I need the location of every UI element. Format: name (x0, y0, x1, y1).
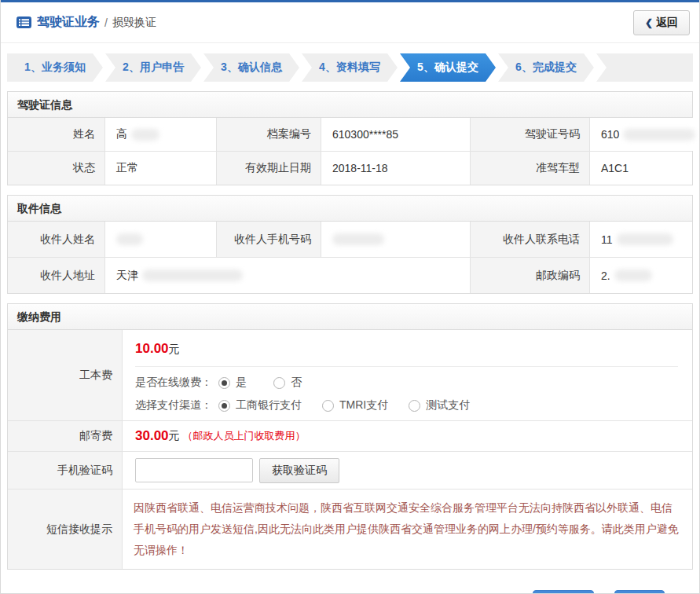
page: 驾驶证业务 / 损毁换证 ❮ 返回 1、业务须知 2、用户申告 3、确认信息 4… (0, 0, 700, 594)
sms-code-input[interactable] (135, 458, 253, 482)
breadcrumb-current: 损毁换证 (112, 16, 156, 30)
redacted-blur (131, 129, 159, 141)
recipient-mobile-label: 收件人手机号码 (217, 222, 321, 257)
sms-tip-text: 因陕西省联通、电信运营商技术问题，陕西省互联网交通安全综合服务管理平台无法向持陕… (123, 490, 692, 569)
channel-label: 选择支付渠道： (135, 398, 212, 412)
step-6-label: 6、完成提交 (515, 60, 577, 75)
step-4-label: 4、资料填写 (319, 60, 380, 75)
work-fee-unit: 元 (169, 343, 180, 355)
step-1-label: 1、业务须知 (24, 60, 86, 75)
file-no-label: 档案编号 (217, 118, 321, 151)
step-4: 4、资料填写 (302, 53, 398, 82)
radio-circle-icon (218, 377, 230, 389)
recipient-mobile-value (321, 222, 471, 257)
expiry-value: 2018-11-18 (321, 152, 471, 185)
name-value: 高 (105, 118, 217, 151)
table-row: 邮寄费 30.00元 （邮政人员上门收取费用） (8, 421, 692, 452)
table-row: 收件人姓名 收件人手机号码 收件人联系电话 11 (8, 222, 692, 258)
status-label: 状态 (8, 152, 105, 185)
back-button[interactable]: ❮ 返回 (633, 10, 690, 35)
redacted-blur (617, 233, 673, 245)
prev-step-button[interactable]: 上一步 (533, 590, 594, 594)
step-5-active: 5、确认提交 (400, 53, 496, 82)
step-3: 3、确认信息 (203, 53, 299, 82)
radio-channel-tmri[interactable]: TMRI支付 (322, 398, 388, 412)
license-no-value: 610 (590, 118, 695, 151)
redacted-blur (332, 233, 384, 245)
work-fee-amount: 10.00 (135, 341, 169, 356)
zip-code-value: 2. (590, 258, 692, 293)
vehicle-class-label: 准驾车型 (471, 152, 590, 185)
postage-unit: 元 (169, 429, 180, 443)
sms-code-field: 获取验证码 (123, 452, 692, 489)
radio-circle-icon (322, 400, 334, 412)
radio-circle-icon (218, 400, 230, 412)
work-fee-value: 10.00元 是否在线缴费： 是 否 选择支付渠道： 工商银行支付 TMRI支付… (123, 330, 692, 420)
step-3-label: 3、确认信息 (221, 60, 282, 75)
online-pay-label: 是否在线缴费： (135, 376, 212, 390)
license-list-icon (16, 16, 31, 28)
step-5-label: 5、确认提交 (417, 60, 478, 75)
step-2: 2、用户申告 (105, 53, 201, 82)
table-row: 收件人地址 天津 邮政编码 2. (8, 258, 692, 293)
fees-section: 缴纳费用 工本费 10.00元 是否在线缴费： 是 否 选择支付渠道： 工商银行… (7, 303, 693, 570)
radio-circle-icon (409, 400, 420, 412)
pickup-info-title: 取件信息 (8, 196, 692, 222)
postage-value: 30.00元 （邮政人员上门收取费用） (123, 421, 692, 451)
step-wizard-filler (596, 53, 693, 82)
recipient-phone-label: 收件人联系电话 (471, 222, 590, 257)
pickup-info-section: 取件信息 收件人姓名 收件人手机号码 收件人联系电话 11 收件人地址 天津 邮… (7, 195, 693, 294)
recipient-address-label: 收件人地址 (8, 258, 105, 293)
radio-channel-icbc-label: 工商银行支付 (236, 398, 302, 412)
radio-channel-icbc[interactable]: 工商银行支付 (218, 398, 302, 412)
zip-code-label: 邮政编码 (471, 258, 590, 293)
radio-channel-test[interactable]: 测试支付 (409, 398, 470, 412)
recipient-phone-value: 11 (590, 222, 692, 257)
online-pay-line: 是否在线缴费： 是 否 (135, 376, 692, 390)
finish-button[interactable]: 完成 (614, 590, 665, 594)
sms-tip-cell: 因陕西省联通、电信运营商技术问题，陕西省互联网交通安全综合服务管理平台无法向持陕… (123, 490, 692, 569)
radio-online-no-label: 否 (291, 376, 302, 390)
header: 驾驶证业务 / 损毁换证 ❮ 返回 (1, 2, 699, 43)
work-fee-label: 工本费 (8, 330, 123, 420)
step-2-label: 2、用户申告 (123, 60, 184, 75)
radio-online-yes[interactable]: 是 (218, 376, 247, 390)
license-info-section: 驾驶证信息 姓名 高 档案编号 610300****85 驾驶证号码 610 状… (7, 91, 693, 185)
channel-line: 选择支付渠道： 工商银行支付 TMRI支付 测试支付 (135, 398, 692, 412)
vehicle-class-value: A1C1 (590, 152, 692, 185)
breadcrumb-separator: / (104, 16, 108, 29)
radio-channel-test-label: 测试支付 (426, 398, 470, 412)
step-1: 1、业务须知 (7, 53, 103, 82)
fees-title: 缴纳费用 (8, 304, 692, 330)
redacted-blur (614, 270, 652, 281)
step-6: 6、完成提交 (498, 53, 594, 82)
file-no-value: 610300****85 (321, 118, 471, 151)
expiry-label: 有效期止日期 (217, 152, 321, 185)
radio-online-no[interactable]: 否 (273, 376, 302, 390)
step-wizard: 1、业务须知 2、用户申告 3、确认信息 4、资料填写 5、确认提交 6、完成提… (7, 53, 693, 82)
name-label: 姓名 (8, 118, 105, 151)
license-no-label: 驾驶证号码 (471, 118, 590, 151)
table-row: 姓名 高 档案编号 610300****85 驾驶证号码 610 (8, 118, 692, 152)
license-info-title: 驾驶证信息 (8, 92, 692, 118)
radio-channel-tmri-label: TMRI支付 (339, 398, 388, 412)
postage-note: （邮政人员上门收取费用） (183, 429, 306, 443)
back-button-label: 返回 (656, 16, 678, 30)
breadcrumb: 驾驶证业务 / 损毁换证 (16, 14, 156, 31)
postage-amount: 30.00 (135, 428, 169, 444)
table-row: 工本费 10.00元 是否在线缴费： 是 否 选择支付渠道： 工商银行支付 TM… (8, 330, 692, 421)
footer-actions: 上一步 完成 (1, 570, 699, 594)
radio-circle-icon (273, 377, 285, 389)
recipient-name-value (105, 222, 217, 257)
get-code-button[interactable]: 获取验证码 (259, 458, 339, 483)
redacted-blur (142, 270, 243, 281)
breadcrumb-root[interactable]: 驾驶证业务 (37, 14, 100, 31)
table-row: 手机验证码 获取验证码 (8, 452, 692, 490)
table-row: 状态 正常 有效期止日期 2018-11-18 准驾车型 A1C1 (8, 152, 692, 185)
radio-online-yes-label: 是 (236, 376, 247, 390)
redacted-blur (116, 233, 143, 245)
recipient-address-value: 天津 (105, 258, 471, 293)
work-fee-amount-line: 10.00元 (135, 330, 678, 367)
sms-tip-label: 短信接收提示 (8, 490, 123, 569)
redacted-blur (623, 129, 695, 141)
